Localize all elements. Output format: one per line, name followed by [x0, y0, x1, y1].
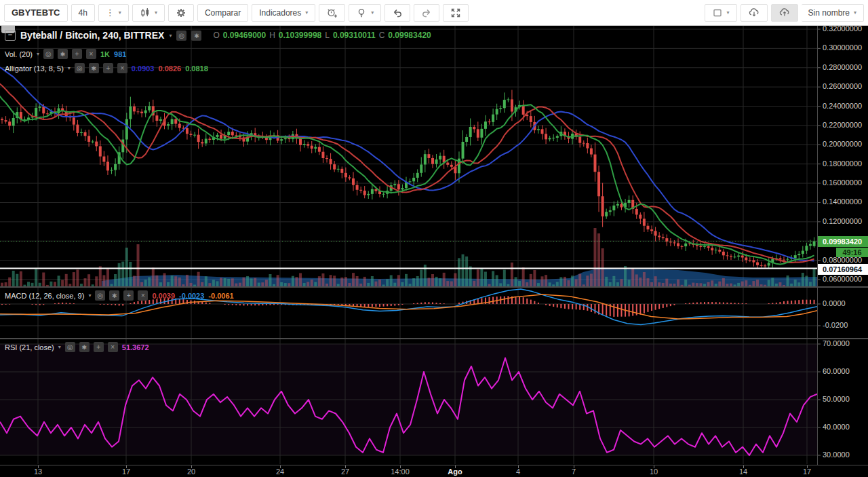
chevron-down-icon: ▾	[305, 9, 308, 16]
fullscreen-icon	[450, 7, 461, 18]
close-icon[interactable]	[138, 290, 148, 301]
volume-legend: Vol. (20) ▾ 1K 981	[5, 49, 126, 59]
chevron-down-icon: ▾	[727, 9, 730, 16]
close-icon[interactable]	[117, 63, 127, 73]
chart-canvas[interactable]	[0, 26, 868, 465]
chevron-down-icon: ▾	[119, 9, 121, 16]
plus-icon[interactable]	[103, 63, 113, 73]
time-axis-label: 4	[516, 468, 520, 476]
candles	[1, 90, 816, 268]
price-axis-label: 0.18000000	[823, 159, 862, 168]
volume-label[interactable]: Vol. (20)	[5, 50, 33, 58]
level-badge: 0.07160964	[818, 264, 868, 275]
alligator-lips-value: 0.0818	[185, 64, 208, 73]
time-axis-label: 10	[650, 468, 658, 476]
plus-icon[interactable]	[94, 342, 104, 352]
close-icon[interactable]	[86, 49, 96, 59]
chart-area[interactable]: − Byteball / Bitcoin, 240, BITTREX ▾ O0.…	[0, 26, 868, 465]
layout-grid-icon	[712, 7, 723, 18]
interval-menu-button[interactable]: ⋮ ▾	[98, 4, 129, 22]
interval-label: 4h	[79, 8, 87, 18]
gear-icon[interactable]	[191, 31, 201, 41]
main-series-legend: − Byteball / Bitcoin, 240, BITTREX ▾ O0.…	[5, 30, 431, 41]
macd-signal-value: -0.0061	[208, 292, 233, 300]
macd-axis-label: -0.0200	[823, 321, 848, 329]
close-icon[interactable]	[108, 342, 118, 352]
price-axis-label: 0.06000000	[823, 275, 862, 283]
price-axis[interactable]: 0.09983420 49:16 0.07160964 0.320000000.…	[818, 26, 868, 465]
eye-icon[interactable]	[176, 31, 186, 41]
alligator-jaw-value: 0.0903	[132, 64, 155, 73]
rsi-label[interactable]: RSI (21, close)	[5, 343, 54, 351]
layout-name-label: Sin nombre	[808, 8, 850, 18]
price-axis-label: 0.30000000	[823, 43, 862, 52]
price-axis-label: 0.28000000	[823, 63, 862, 71]
alligator-lips-line	[0, 94, 814, 265]
ideas-button[interactable]: ▾	[349, 4, 381, 22]
macd-legend: MACD (12, 26, close, 9) ▾ 0.0039 -0.0023…	[5, 290, 234, 301]
price-axis-label: 0.26000000	[823, 82, 862, 90]
alligator-teeth-line	[0, 83, 814, 263]
lightbulb-icon	[356, 7, 367, 18]
price-axis-label: 0.14000000	[823, 197, 862, 206]
interval-button[interactable]: 4h	[71, 4, 95, 22]
chart-properties-button[interactable]	[168, 4, 194, 22]
chevron-down-icon: ▾	[58, 344, 61, 350]
chevron-down-icon: ▾	[371, 9, 374, 16]
price-axis-label: 0.22000000	[823, 121, 862, 129]
alligator-legend: Alligator (13, 8, 5) ▾ 0.0903 0.0826 0.0…	[5, 63, 208, 73]
eye-icon[interactable]	[75, 63, 85, 73]
kebab-icon: ⋮	[106, 7, 115, 18]
undo-button[interactable]	[384, 4, 410, 22]
eye-icon[interactable]	[95, 290, 105, 301]
macd-axis-label: 0.0000	[823, 299, 846, 307]
macd-label[interactable]: MACD (12, 26, close, 9)	[5, 292, 84, 300]
chart-title[interactable]: Byteball / Bitcoin, 240, BITTREX	[20, 30, 164, 41]
eye-icon[interactable]	[43, 49, 54, 59]
redo-button[interactable]	[414, 4, 439, 22]
indicators-button[interactable]: Indicadores ▾	[252, 4, 315, 22]
plus-icon[interactable]	[123, 290, 134, 301]
layout-button[interactable]: ▾	[705, 4, 737, 22]
chevron-down-icon: ▾	[155, 9, 157, 16]
rsi-value: 51.3672	[122, 343, 149, 351]
price-axis-label: 0.16000000	[823, 178, 862, 187]
low-value: 0.09310011	[333, 31, 376, 40]
gear-icon[interactable]	[58, 49, 68, 59]
eye-icon[interactable]	[65, 342, 75, 352]
open-value: 0.09469000	[223, 31, 266, 40]
load-layout-button[interactable]	[741, 4, 768, 22]
gear-icon[interactable]	[109, 290, 119, 301]
ohlc-values: O0.09469000 H0.10399998 L0.09310011 C0.0…	[213, 31, 431, 40]
price-axis-label: 0.12000000	[823, 217, 862, 225]
price-axis-label: 0.20000000	[823, 140, 862, 148]
alligator-teeth-value: 0.0826	[159, 64, 182, 73]
add-alert-button[interactable]	[319, 4, 345, 22]
layout-name-button[interactable]: Sin nombre ▾	[802, 4, 864, 22]
symbol-button[interactable]: GBYTEBTC	[4, 4, 68, 22]
time-axis[interactable]: 131720242714:00Ago47101417	[0, 465, 868, 477]
gear-icon	[176, 7, 186, 18]
price-axis-label: 0.32000000	[823, 26, 862, 33]
chevron-down-icon: ▾	[37, 51, 39, 57]
price-axis-label: 0.24000000	[823, 102, 862, 110]
alligator-label[interactable]: Alligator (13, 8, 5)	[5, 64, 64, 73]
compare-button[interactable]: Comparar	[197, 4, 248, 22]
macd-line-value: -0.0023	[179, 292, 204, 300]
save-layout-button[interactable]	[771, 4, 798, 22]
top-toolbar: GBYTEBTC 4h ⋮ ▾ ▾ Comparar Indicadores	[0, 0, 868, 26]
chevron-down-icon: ▾	[88, 292, 91, 299]
collapse-icon[interactable]: −	[5, 30, 16, 41]
volume-value: 981	[114, 50, 126, 58]
volume-ma-value: 1K	[100, 50, 110, 58]
gear-icon[interactable]	[89, 63, 99, 73]
fullscreen-button[interactable]	[443, 4, 469, 22]
alarm-clock-plus-icon	[326, 7, 338, 18]
gear-icon[interactable]	[79, 342, 90, 352]
countdown-badge: 49:16	[836, 248, 868, 257]
indicators-label: Indicadores	[259, 8, 301, 18]
plus-icon[interactable]	[72, 49, 82, 59]
cloud-download-icon	[748, 7, 760, 18]
chart-style-button[interactable]: ▾	[132, 4, 165, 22]
time-axis-label: Ago	[448, 468, 462, 476]
